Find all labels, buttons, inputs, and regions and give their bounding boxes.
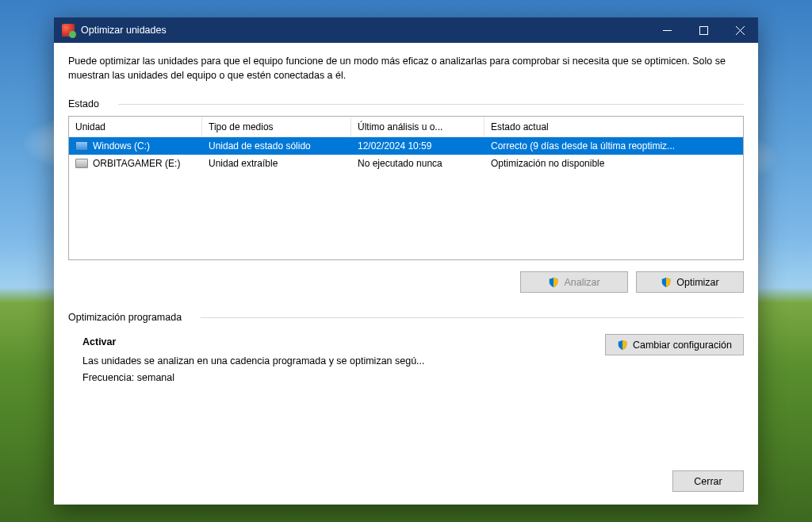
drive-list[interactable]: Unidad Tipo de medios Último análisis u … bbox=[68, 116, 744, 260]
optimize-button-label: Optimizar bbox=[676, 277, 718, 288]
drive-state-cell: Correcto (9 días desde la última reoptim… bbox=[485, 137, 743, 155]
svg-rect-1 bbox=[699, 26, 707, 34]
close-button-label: Cerrar bbox=[694, 476, 722, 487]
drive-row[interactable]: ORBITAGAMER (E:)Unidad extraíbleNo ejecu… bbox=[69, 155, 743, 172]
status-label: Estado bbox=[68, 98, 99, 109]
ssd-drive-icon bbox=[75, 141, 88, 151]
analyze-button[interactable]: Analizar bbox=[520, 271, 628, 293]
footer-row: Cerrar bbox=[68, 470, 744, 492]
minimize-button[interactable] bbox=[649, 17, 685, 43]
status-section-header: Estado bbox=[68, 98, 744, 109]
action-button-row: Analizar Optimizar bbox=[68, 271, 744, 293]
shield-icon bbox=[617, 340, 628, 351]
schedule-freq: Frecuencia: semanal bbox=[82, 370, 589, 386]
divider bbox=[201, 317, 744, 318]
schedule-label: Optimización programada bbox=[68, 312, 182, 323]
drive-row[interactable]: Windows (C:)Unidad de estado sólido12/02… bbox=[69, 137, 743, 155]
column-header-last[interactable]: Último análisis u o... bbox=[351, 117, 485, 136]
maximize-button[interactable] bbox=[685, 17, 722, 43]
window-title: Optimizar unidades bbox=[81, 25, 649, 36]
drive-list-header: Unidad Tipo de medios Último análisis u … bbox=[69, 117, 743, 137]
shield-icon bbox=[548, 277, 559, 288]
drive-last-cell: No ejecutado nunca bbox=[351, 155, 485, 172]
drive-media-cell: Unidad extraíble bbox=[202, 155, 351, 172]
divider bbox=[118, 104, 744, 105]
window-content: Puede optimizar las unidades para que el… bbox=[54, 43, 758, 505]
optimize-drives-window: Optimizar unidades Puede optimizar las u… bbox=[54, 17, 758, 505]
column-header-state[interactable]: Estado actual bbox=[485, 117, 743, 136]
schedule-block: Activar Las unidades se analizan en una … bbox=[68, 334, 744, 386]
shield-icon bbox=[661, 277, 672, 288]
app-icon bbox=[62, 24, 75, 36]
usb-drive-icon bbox=[75, 159, 88, 168]
drive-state-cell: Optimización no disponible bbox=[485, 155, 743, 172]
drive-last-cell: 12/02/2024 10:59 bbox=[351, 137, 485, 155]
drive-name-cell: Windows (C:) bbox=[69, 137, 202, 155]
drive-name: Windows (C:) bbox=[93, 140, 150, 152]
window-controls bbox=[649, 17, 758, 43]
schedule-section-header: Optimización programada bbox=[68, 312, 744, 323]
intro-text: Puede optimizar las unidades para que el… bbox=[68, 54, 744, 83]
change-settings-button[interactable]: Cambiar configuración bbox=[605, 334, 744, 355]
column-header-drive[interactable]: Unidad bbox=[69, 117, 202, 136]
optimize-button[interactable]: Optimizar bbox=[636, 271, 744, 293]
schedule-desc: Las unidades se analizan en una cadencia… bbox=[82, 353, 589, 370]
drive-media-cell: Unidad de estado sólido bbox=[202, 137, 351, 155]
close-dialog-button[interactable]: Cerrar bbox=[672, 470, 744, 492]
drive-name-cell: ORBITAGAMER (E:) bbox=[69, 155, 202, 172]
analyze-button-label: Analizar bbox=[564, 277, 599, 288]
schedule-title: Activar bbox=[82, 334, 589, 351]
titlebar[interactable]: Optimizar unidades bbox=[54, 17, 758, 43]
change-settings-label: Cambiar configuración bbox=[633, 340, 732, 351]
drive-name: ORBITAGAMER (E:) bbox=[93, 158, 180, 169]
column-header-media[interactable]: Tipo de medios bbox=[202, 117, 351, 136]
close-button[interactable] bbox=[722, 17, 758, 43]
